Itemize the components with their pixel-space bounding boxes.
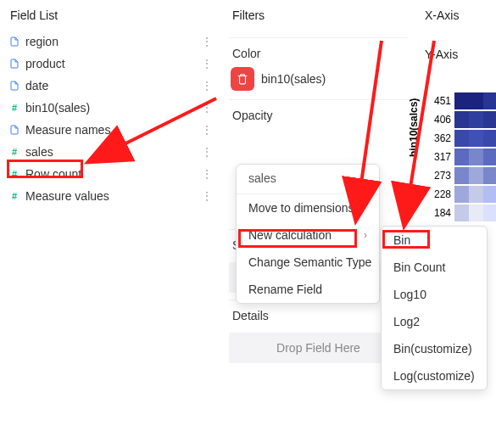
field-list-panel: Field List region⋮product⋮date⋮#bin10(sa… (0, 0, 222, 448)
document-icon (8, 36, 20, 48)
x-axis-header: X-Axis (421, 3, 489, 31)
more-icon[interactable]: ⋮ (201, 123, 214, 137)
hash-icon: # (8, 190, 20, 202)
field-item-measure-values[interactable]: #Measure values⋮ (7, 185, 215, 207)
new-calculation-submenu: Bin Bin Count Log10 Log2 Bin(customize) … (381, 226, 488, 390)
chart-tick: 317 (429, 151, 454, 163)
submenu-log2[interactable]: Log2 (382, 308, 487, 335)
submenu-log-customize[interactable]: Log(customize) (382, 362, 487, 389)
more-icon[interactable]: ⋮ (201, 35, 214, 48)
heatmap-cell (483, 204, 496, 221)
chart-tick: 184 (429, 207, 454, 219)
field-item-bin10-sales-[interactable]: #bin10(sales)⋮ (7, 97, 215, 119)
chevron-right-icon: › (364, 229, 367, 241)
heatmap-cell (454, 186, 469, 203)
heatmap-cell (483, 92, 496, 109)
chart-row: 184 (429, 204, 496, 222)
heatmap-cell (454, 204, 469, 221)
submenu-bin[interactable]: Bin (382, 227, 487, 254)
heatmap-cell (469, 130, 483, 147)
chart-y-axis-label: bin10(salcs) (408, 98, 420, 157)
chart-thumbnail: bin10(salcs) 451406362317273228184 (429, 92, 496, 222)
opacity-header: Opacity (229, 104, 408, 127)
color-header: Color (229, 42, 408, 65)
more-icon[interactable]: ⋮ (201, 101, 214, 115)
field-label: sales (25, 145, 53, 159)
field-item-row-count[interactable]: #Row count⋮ (7, 163, 215, 185)
heatmap-cell (454, 111, 469, 128)
field-label: product (25, 57, 65, 70)
filters-header: Filters (229, 3, 408, 31)
chart-row: 451 (429, 92, 496, 110)
heatmap-cell (483, 186, 496, 203)
hash-icon: # (8, 102, 20, 114)
more-icon[interactable]: ⋮ (201, 57, 214, 70)
y-axis-header: Y-Axis (421, 42, 489, 70)
field-label: bin10(sales) (25, 101, 90, 115)
field-context-menu: sales Move to dimensions New calculation… (236, 164, 380, 304)
field-item-sales[interactable]: #sales⋮ (7, 141, 215, 163)
document-icon (8, 124, 20, 136)
more-icon[interactable]: ⋮ (201, 145, 214, 159)
chart-row: 228 (429, 185, 496, 204)
trash-icon[interactable] (231, 67, 254, 91)
heatmap-cell (469, 111, 483, 128)
menu-move-to-dimensions[interactable]: Move to dimensions (237, 194, 379, 221)
heatmap-cell (454, 167, 469, 184)
chart-row: 362 (429, 129, 496, 148)
document-icon (8, 80, 20, 92)
heatmap-cell (483, 130, 496, 147)
field-label: Measure values (25, 189, 109, 203)
submenu-log10[interactable]: Log10 (382, 281, 487, 308)
submenu-bin-count[interactable]: Bin Count (382, 254, 487, 281)
field-item-measure-names[interactable]: Measure names⋮ (7, 119, 215, 141)
color-pill-label: bin10(sales) (261, 72, 326, 86)
heatmap-cell (454, 92, 469, 109)
chart-tick: 228 (429, 188, 454, 200)
heatmap-cell (469, 186, 483, 203)
field-item-product[interactable]: product⋮ (7, 53, 215, 75)
field-item-region[interactable]: region⋮ (7, 31, 215, 53)
more-icon[interactable]: ⋮ (201, 189, 214, 203)
hash-icon: # (8, 146, 20, 158)
color-pill[interactable]: bin10(sales) (229, 65, 408, 92)
chart-row: 317 (429, 148, 496, 166)
submenu-bin-customize[interactable]: Bin(customize) (382, 335, 487, 362)
field-label: Measure names (25, 123, 110, 137)
chart-tick: 273 (429, 170, 454, 182)
more-icon[interactable]: ⋮ (201, 167, 214, 181)
chart-tick: 451 (429, 95, 454, 107)
field-label: date (25, 79, 48, 92)
chart-row: 406 (429, 110, 496, 129)
heatmap-cell (454, 148, 469, 165)
chart-row: 273 (429, 166, 496, 185)
document-icon (8, 58, 20, 70)
menu-change-semantic-type[interactable]: Change Semantic Type› (237, 249, 379, 276)
chart-tick: 406 (429, 114, 454, 126)
heatmap-cell (454, 130, 469, 147)
heatmap-cell (483, 111, 496, 128)
heatmap-cell (469, 167, 483, 184)
field-label: Row count (25, 167, 81, 181)
heatmap-cell (483, 148, 496, 165)
menu-rename-field[interactable]: Rename Field (237, 276, 379, 303)
chart-tick: 362 (429, 132, 454, 144)
heatmap-cell (469, 204, 483, 221)
menu-new-calculation[interactable]: New calculation› (237, 221, 379, 249)
field-label: region (25, 35, 59, 48)
context-menu-title: sales (237, 165, 379, 193)
heatmap-cell (469, 148, 483, 165)
heatmap-cell (483, 167, 496, 184)
field-list-header: Field List (7, 3, 215, 31)
heatmap-cell (469, 92, 483, 109)
more-icon[interactable]: ⋮ (201, 79, 214, 92)
hash-icon: # (8, 168, 20, 180)
field-item-date[interactable]: date⋮ (7, 75, 215, 97)
